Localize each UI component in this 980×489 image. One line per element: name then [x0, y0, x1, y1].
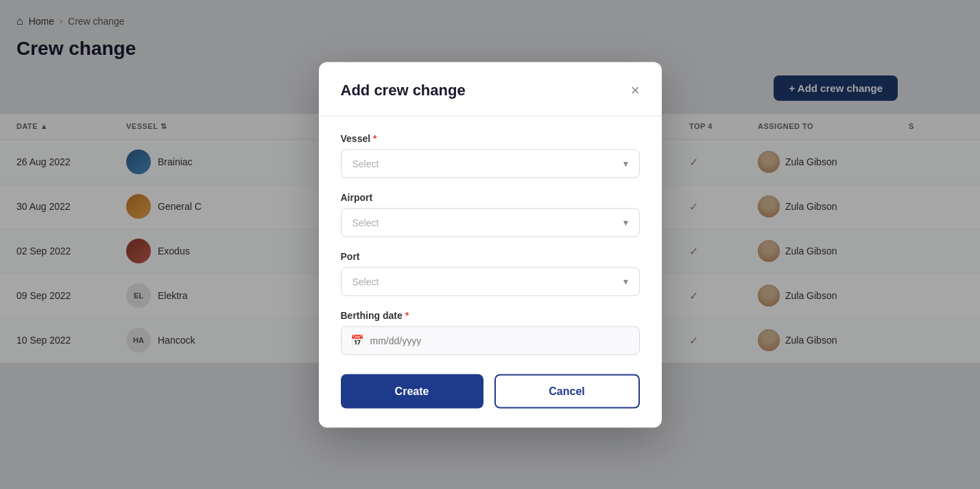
vessel-select-wrapper: Select ▼ — [341, 149, 640, 178]
calendar-icon: 📅 — [350, 334, 364, 347]
airport-form-group: Airport Select ▼ — [341, 191, 640, 237]
vessel-select[interactable]: Select — [341, 149, 640, 178]
modal-title: Add crew change — [341, 81, 466, 99]
airport-label: Airport — [341, 191, 640, 202]
berthing-date-required-star: * — [405, 309, 409, 320]
berthing-date-input[interactable] — [341, 326, 640, 355]
modal-footer: Create Cancel — [341, 374, 640, 408]
port-label: Port — [341, 250, 640, 261]
add-crew-change-modal: Add crew change × Vessel * Select ▼ Airp… — [319, 62, 662, 427]
vessel-required-star: * — [373, 132, 377, 143]
vessel-form-group: Vessel * Select ▼ — [341, 132, 640, 178]
berthing-date-form-group: Berthing date * 📅 — [341, 309, 640, 355]
create-button[interactable]: Create — [341, 374, 483, 408]
modal-divider — [319, 115, 662, 116]
cancel-button[interactable]: Cancel — [494, 374, 640, 408]
berthing-date-label: Berthing date * — [341, 309, 640, 320]
port-select-wrapper: Select ▼ — [341, 267, 640, 296]
airport-select-wrapper: Select ▼ — [341, 208, 640, 237]
port-form-group: Port Select ▼ — [341, 250, 640, 296]
modal-header: Add crew change × — [341, 81, 640, 99]
berthing-date-wrapper: 📅 — [341, 326, 640, 355]
modal-close-button[interactable]: × — [631, 82, 640, 97]
airport-select[interactable]: Select — [341, 208, 640, 237]
port-select[interactable]: Select — [341, 267, 640, 296]
vessel-label: Vessel * — [341, 132, 640, 143]
